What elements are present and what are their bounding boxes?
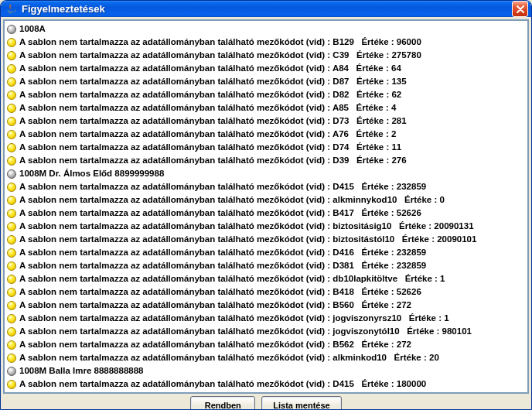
group-header-text: 1008M Dr. Álmos Előd 8899999988 [19,167,164,180]
list-item-text: A sablon nem tartalmazza az adatállomány… [19,154,407,167]
list-item-text: A sablon nem tartalmazza az adatállomány… [19,259,426,272]
list-item[interactable]: A sablon nem tartalmazza az adatállomány… [5,285,527,299]
list-item[interactable]: A sablon nem tartalmazza az adatállomány… [5,378,527,391]
header-bullet-icon [7,367,16,376]
header-bullet-icon [7,25,16,34]
warning-bullet-icon [7,196,16,205]
warning-bullet-icon [7,248,16,258]
group-header[interactable]: 1008M Dr. Álmos Előd 8899999988 [5,167,527,180]
list-item[interactable]: A sablon nem tartalmazza az adatállomány… [5,338,527,351]
list-item[interactable]: A sablon nem tartalmazza az adatállomány… [5,49,527,62]
warning-bullet-icon [7,261,16,271]
warning-bullet-icon [7,235,16,244]
list-item-text: A sablon nem tartalmazza az adatállomány… [19,128,396,141]
list-item[interactable]: A sablon nem tartalmazza az adatállomány… [5,233,527,246]
list-item[interactable]: A sablon nem tartalmazza az adatállomány… [5,312,527,325]
warning-bullet-icon [7,327,16,337]
warning-bullet-icon [7,38,16,47]
list-item-text: A sablon nem tartalmazza az adatállomány… [19,299,411,312]
titlebar: Figyelmeztetések [1,1,531,17]
warning-bullet-icon [7,301,16,310]
list-item[interactable]: A sablon nem tartalmazza az adatállomány… [5,62,527,75]
java-app-icon [5,3,18,15]
close-button[interactable] [512,1,528,17]
warning-bullet-icon [7,209,16,218]
list-item-text: A sablon nem tartalmazza az adatállomány… [19,62,401,75]
list-item-text: A sablon nem tartalmazza az adatállomány… [19,88,401,101]
list-item[interactable]: A sablon nem tartalmazza az adatállomány… [5,193,527,207]
list-item-text: A sablon nem tartalmazza az adatállomány… [19,325,472,338]
list-item[interactable]: A sablon nem tartalmazza az adatállomány… [5,299,527,312]
header-bullet-icon [7,169,16,179]
list-item-text: A sablon nem tartalmazza az adatállomány… [19,312,449,325]
list-item[interactable]: A sablon nem tartalmazza az adatállomány… [5,259,527,272]
list-item-text: A sablon nem tartalmazza az adatállomány… [19,246,426,259]
list-item-text: A sablon nem tartalmazza az adatállomány… [19,75,407,88]
list-item[interactable]: A sablon nem tartalmazza az adatállomány… [5,141,527,154]
list-item-text: A sablon nem tartalmazza az adatállomány… [19,338,411,351]
warning-bullet-icon [7,340,16,350]
list-item-text: A sablon nem tartalmazza az adatállomány… [19,141,401,154]
list-item[interactable]: A sablon nem tartalmazza az adatállomány… [5,272,527,285]
warning-bullet-icon [7,64,16,73]
list-item-text: A sablon nem tartalmazza az adatállomány… [19,101,396,114]
list-item[interactable]: A sablon nem tartalmazza az adatállomány… [5,114,527,128]
list-item[interactable]: A sablon nem tartalmazza az adatállomány… [5,154,527,167]
list-item[interactable]: A sablon nem tartalmazza az adatállomány… [5,180,527,193]
button-bar: Rendben Lista mentése [1,396,531,410]
list-item-text: A sablon nem tartalmazza az adatállomány… [19,114,407,128]
list-item-text: A sablon nem tartalmazza az adatállomány… [19,272,445,285]
list-item-text: A sablon nem tartalmazza az adatállomány… [19,378,426,391]
list-item-text: A sablon nem tartalmazza az adatállomány… [19,220,474,233]
list-item-text: A sablon nem tartalmazza az adatállomány… [19,49,421,62]
warning-bullet-icon [7,380,16,389]
message-list[interactable]: 1008AA sablon nem tartalmazza az adatáll… [5,21,527,392]
warning-bullet-icon [7,130,16,139]
list-item[interactable]: A sablon nem tartalmazza az adatállomány… [5,220,527,233]
list-item-text: A sablon nem tartalmazza az adatállomány… [19,285,421,299]
warning-bullet-icon [7,183,16,192]
warning-bullet-icon [7,104,16,113]
warning-bullet-icon [7,117,16,126]
group-header[interactable]: 1008A [5,22,527,36]
warning-bullet-icon [7,288,16,297]
warning-bullet-icon [7,91,16,100]
warning-bullet-icon [7,314,16,323]
warning-bullet-icon [7,354,16,363]
list-item[interactable]: A sablon nem tartalmazza az adatállomány… [5,88,527,101]
ok-button[interactable]: Rendben [190,396,255,410]
list-item[interactable]: A sablon nem tartalmazza az adatállomány… [5,207,527,220]
list-item-text: A sablon nem tartalmazza az adatállomány… [19,351,439,364]
warning-bullet-icon [7,275,16,284]
list-item[interactable]: A sablon nem tartalmazza az adatállomány… [5,325,527,338]
warning-bullet-icon [7,222,16,231]
list-item[interactable]: A sablon nem tartalmazza az adatállomány… [5,75,527,88]
list-item-text: A sablon nem tartalmazza az adatállomány… [19,180,426,193]
group-header-text: 1008A [19,22,46,36]
list-item-text: A sablon nem tartalmazza az adatállomány… [19,193,445,207]
list-item-text: A sablon nem tartalmazza az adatállomány… [19,36,421,49]
save-list-button[interactable]: Lista mentése [261,396,341,410]
list-item[interactable]: A sablon nem tartalmazza az adatállomány… [5,351,527,364]
warning-bullet-icon [7,51,16,60]
group-header-text: 1008M Balla Imre 8888888888 [19,364,143,378]
close-icon [517,5,524,13]
content-area: 1008AA sablon nem tartalmazza az adatáll… [1,17,531,396]
warning-bullet-icon [7,156,16,166]
list-item[interactable]: A sablon nem tartalmazza az adatállomány… [5,128,527,141]
warning-bullet-icon [7,143,16,152]
list-item-text: A sablon nem tartalmazza az adatállomány… [19,207,421,220]
list-item[interactable]: A sablon nem tartalmazza az adatállomány… [5,101,527,114]
message-list-frame: 1008AA sablon nem tartalmazza az adatáll… [3,19,529,394]
dialog-window: Figyelmeztetések 1008AA sablon nem tarta… [0,0,532,410]
window-title: Figyelmeztetések [22,3,512,15]
list-item[interactable]: A sablon nem tartalmazza az adatállomány… [5,36,527,49]
group-header[interactable]: 1008M Balla Imre 8888888888 [5,364,527,378]
list-item-text: A sablon nem tartalmazza az adatállomány… [19,233,476,246]
warning-bullet-icon [7,77,16,87]
list-item[interactable]: A sablon nem tartalmazza az adatállomány… [5,246,527,259]
